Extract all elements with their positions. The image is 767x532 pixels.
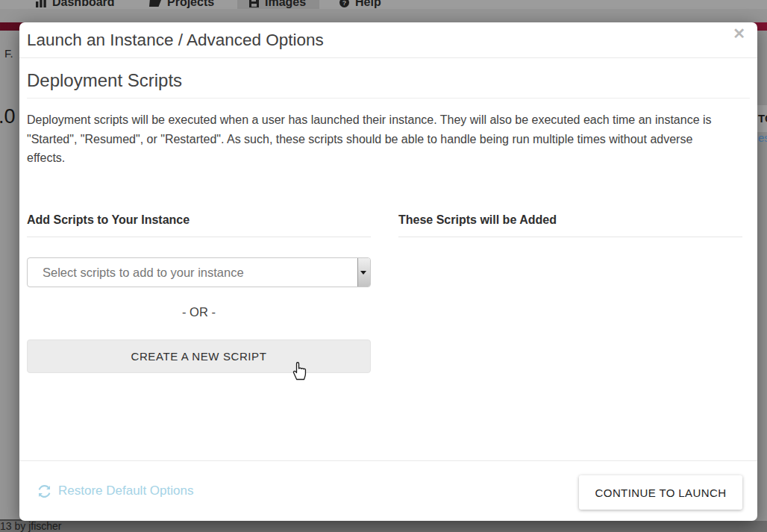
added-scripts-column-header: These Scripts will be Added	[398, 213, 742, 237]
nav-tab-projects[interactable]: Projects	[149, 0, 214, 9]
folder-icon	[149, 0, 161, 7]
continue-to-launch-button[interactable]: CONTINUE TO LAUNCH	[579, 475, 742, 510]
dropdown-arrow-strip	[357, 258, 370, 287]
refresh-icon	[37, 484, 51, 498]
section-heading: Deployment Scripts	[27, 70, 750, 98]
modal-header: Launch an Instance / Advanced Options ✕	[19, 22, 757, 58]
nav-tab-label: Dashboard	[52, 0, 115, 9]
or-separator-text: - OR -	[27, 305, 371, 319]
bar-chart-icon	[36, 0, 46, 7]
background-link-fragment: es	[758, 131, 767, 144]
save-icon	[249, 0, 259, 7]
restore-default-options-label: Restore Default Options	[58, 484, 193, 498]
background-text-fragment: F.	[4, 47, 13, 60]
background-author-text: 13 by jfischer	[0, 520, 61, 532]
advanced-options-modal: Launch an Instance / Advanced Options ✕ …	[19, 22, 757, 521]
svg-text:?: ?	[342, 0, 347, 6]
restore-default-options-button[interactable]: Restore Default Options	[37, 484, 193, 498]
section-description: Deployment scripts will be executed when…	[27, 110, 716, 168]
nav-tab-help[interactable]: ? Help	[339, 0, 381, 9]
modal-title: Launch an Instance / Advanced Options	[27, 22, 324, 58]
background-bottom-strip: 13 by jfischer	[0, 521, 767, 532]
background-heading-fragment: .0	[0, 105, 16, 128]
nav-tab-label: Images	[265, 0, 306, 9]
background-button-text-fragment: TO	[758, 112, 767, 125]
nav-tab-label: Help	[355, 0, 381, 9]
create-new-script-button[interactable]: CREATE A NEW SCRIPT	[27, 339, 371, 373]
help-circle-icon: ?	[339, 0, 349, 7]
footer-divider	[19, 460, 757, 461]
chevron-down-icon	[360, 271, 366, 275]
nav-tab-label: Projects	[167, 0, 214, 9]
script-select-placeholder: Select scripts to add to your instance	[43, 258, 244, 287]
script-select-dropdown[interactable]: Select scripts to add to your instance	[27, 257, 371, 287]
nav-tab-images[interactable]: Images	[249, 0, 306, 9]
background-nav-bar: Dashboard Projects Images ? Help	[0, 0, 767, 9]
nav-tab-dashboard[interactable]: Dashboard	[36, 0, 115, 9]
add-scripts-column-header: Add Scripts to Your Instance	[27, 213, 371, 237]
close-icon[interactable]: ✕	[733, 26, 745, 41]
